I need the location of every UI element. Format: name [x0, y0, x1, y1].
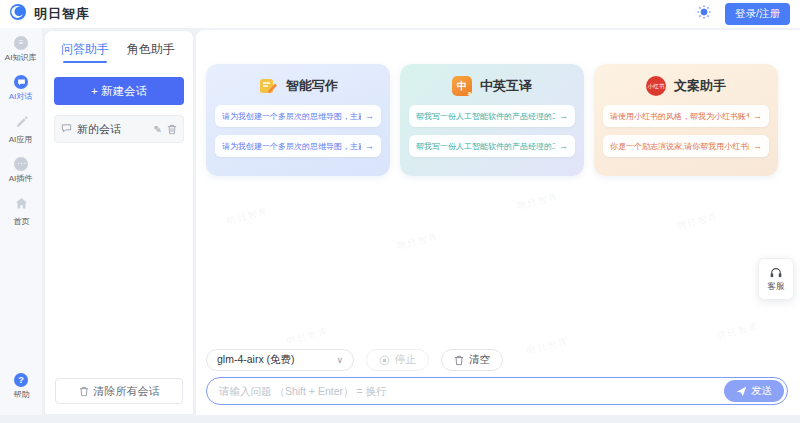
watermark: 明日智库 — [715, 320, 761, 344]
chat-input[interactable] — [219, 385, 724, 397]
arrow-icon: → — [365, 111, 374, 121]
card-title: 智能写作 — [286, 77, 338, 95]
conversation-panel: 问答助手 角色助手 + 新建会话 新的会话 ✎ 清除所有会话 — [44, 30, 194, 415]
translate-icon: 中 a — [452, 76, 472, 96]
help-question-icon: ? — [14, 373, 28, 387]
arrow-icon: → — [753, 141, 762, 151]
sidebar-item-help[interactable]: ? 帮助 — [0, 373, 42, 401]
chat-controls: glm-4-airx (免费) ∨ 停止 清空 — [206, 349, 503, 371]
prompt-suggestion[interactable]: 请为我创建一个多层次的思维导图，主题是... → — [215, 105, 381, 127]
arrow-icon: → — [753, 111, 762, 121]
main-chat-area: 明日智库 明日智库 明日智库 明日智库 明日智库 明日智库 明日智库 明日智库 … — [196, 30, 800, 415]
home-icon — [15, 196, 28, 214]
card-title: 中英互译 — [480, 77, 532, 95]
pencil-icon — [15, 114, 28, 132]
tab-qa-assistant[interactable]: 问答助手 — [61, 41, 109, 63]
smart-writing-icon — [258, 76, 278, 96]
headset-icon — [769, 266, 783, 279]
watermark: 明日智库 — [515, 190, 561, 214]
top-header: 明日智库 登录/注册 — [0, 0, 800, 28]
conversation-title: 新的会话 — [77, 122, 149, 137]
card-title: 文案助手 — [674, 77, 726, 95]
arrow-icon: → — [559, 141, 568, 151]
card-header: 中 a 中英互译 — [409, 76, 575, 96]
sidebar-item-ai-apps[interactable]: AI应用 — [0, 114, 42, 146]
send-button[interactable]: 发送 — [724, 380, 784, 402]
watermark: 明日智库 — [675, 210, 721, 234]
page-title: 明日智库 — [34, 5, 90, 23]
prompt-suggestion[interactable]: 你是一个励志演说家,请你帮我用小红书的... → — [603, 135, 769, 157]
suggestion-cards: 智能写作 请为我创建一个多层次的思维导图，主题是... → 请为我创建一个多层次… — [206, 64, 778, 176]
card-header: 智能写作 — [215, 76, 381, 96]
conversation-list-item[interactable]: 新的会话 ✎ — [54, 115, 184, 143]
stop-button[interactable]: 停止 — [366, 349, 429, 371]
app-window: 明日智库 登录/注册 ≡ AI知识库 AI对话 — [0, 0, 800, 423]
prompt-suggestion[interactable]: 请使用小红书的风格，帮我为小红书账号编... → — [603, 105, 769, 127]
xiaohongshu-icon: 小红书 — [646, 76, 666, 96]
app-logo-icon — [10, 4, 26, 24]
card-smart-writing: 智能写作 请为我创建一个多层次的思维导图，主题是... → 请为我创建一个多层次… — [206, 64, 390, 176]
sidebar-item-ai-plugins[interactable]: ⋯ AI插件 — [0, 157, 42, 185]
sidebar-item-home[interactable]: 首页 — [0, 196, 42, 228]
chevron-down-icon: ∨ — [336, 355, 343, 365]
prompt-suggestion[interactable]: 帮我写一份人工智能软件的产品经理的工作... → — [409, 135, 575, 157]
service-label: 客服 — [768, 281, 785, 293]
left-nav-rail: ≡ AI知识库 AI对话 AI应用 ⋯ AI插件 首页 ? 帮助 — [0, 28, 42, 415]
sidebar-item-ai-chat[interactable]: AI对话 — [0, 75, 42, 103]
login-register-button[interactable]: 登录/注册 — [725, 3, 790, 25]
plugin-icon: ⋯ — [14, 157, 28, 171]
arrow-icon: → — [365, 141, 374, 151]
customer-service-widget[interactable]: 客服 — [758, 258, 794, 300]
arrow-icon: → — [559, 111, 568, 121]
clear-button[interactable]: 清空 — [441, 349, 503, 371]
card-translation: 中 a 中英互译 帮我写一份人工智能软件的产品经理的工作... → 帮我写一份人… — [400, 64, 584, 176]
sidebar-item-knowledge-base[interactable]: ≡ AI知识库 — [0, 36, 42, 64]
paper-plane-icon — [736, 386, 747, 397]
theme-toggle-icon[interactable] — [697, 5, 711, 23]
assistant-tabs: 问答助手 角色助手 — [45, 31, 193, 71]
card-header: 小红书 文案助手 — [603, 76, 769, 96]
new-conversation-button[interactable]: + 新建会话 — [54, 77, 184, 105]
chat-input-bar: 发送 — [206, 377, 788, 405]
chat-icon — [14, 75, 28, 89]
chat-bubble-icon — [61, 120, 72, 138]
model-select-value: glm-4-airx (免费) — [217, 353, 295, 367]
model-select[interactable]: glm-4-airx (免费) ∨ — [206, 349, 354, 371]
prompt-suggestion[interactable]: 请为我创建一个多层次的思维导图，主题是... → — [215, 135, 381, 157]
card-copywriting: 小红书 文案助手 请使用小红书的风格，帮我为小红书账号编... → 你是一个励志… — [594, 64, 778, 176]
watermark: 明日智库 — [525, 335, 571, 359]
conversation-actions: ✎ — [154, 124, 177, 135]
watermark: 明日智库 — [395, 230, 441, 254]
watermark: 明日智库 — [285, 325, 331, 349]
watermark: 明日智库 — [225, 205, 271, 229]
prompt-suggestion[interactable]: 帮我写一份人工智能软件的产品经理的工作... → — [409, 105, 575, 127]
tab-role-assistant[interactable]: 角色助手 — [127, 41, 175, 63]
clear-all-conversations-button[interactable]: 清除所有会话 — [55, 378, 183, 404]
knowledge-base-icon: ≡ — [14, 36, 28, 50]
delete-icon[interactable] — [167, 124, 177, 135]
header-actions: 登录/注册 — [697, 3, 790, 25]
edit-icon[interactable]: ✎ — [154, 124, 162, 135]
brand: 明日智库 — [10, 4, 90, 24]
